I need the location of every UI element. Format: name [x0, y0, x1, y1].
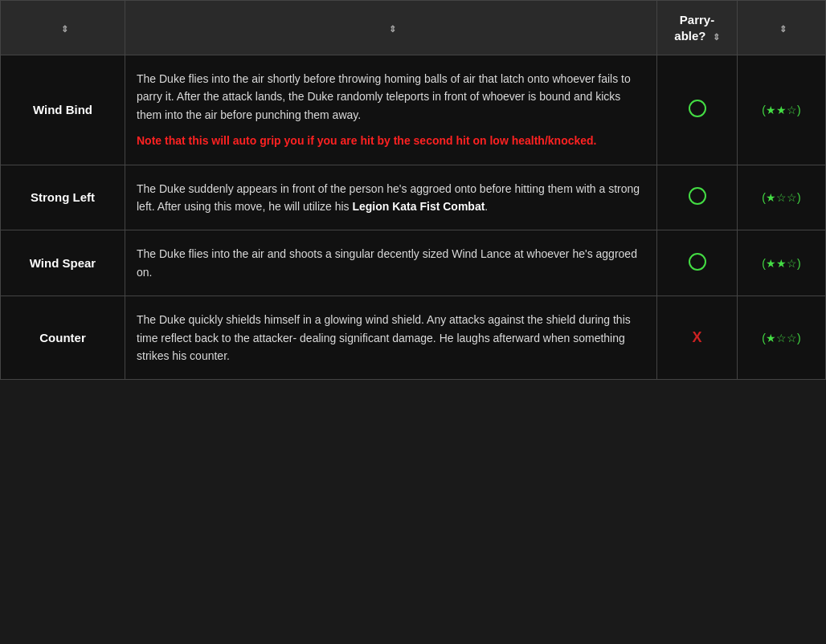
- parry-circle-icon: [689, 187, 706, 205]
- table-row: CounterThe Duke quickly shields himself …: [1, 296, 826, 380]
- cell-parry: [657, 165, 738, 230]
- col-header-danger[interactable]: ⇕: [738, 1, 826, 55]
- cell-description: The Duke flies into the air shortly befo…: [125, 55, 657, 165]
- table-row: Wind SpearThe Duke flies into the air an…: [1, 230, 826, 296]
- parry-circle-icon: [689, 253, 706, 271]
- col-name-sort-icon[interactable]: ⇕: [61, 24, 68, 35]
- desc-normal-text: The Duke flies into the air shortly befo…: [137, 72, 631, 121]
- parry-circle-icon: [689, 100, 706, 117]
- desc-red-note: Note that this will auto grip you if you…: [137, 132, 645, 149]
- cell-name: Counter: [1, 296, 125, 380]
- cell-description: The Duke suddenly appears in front of th…: [125, 165, 657, 230]
- table-row: Strong LeftThe Duke suddenly appears in …: [1, 165, 826, 230]
- cell-parry: [657, 55, 738, 165]
- col-desc-sort-icon[interactable]: ⇕: [389, 24, 396, 35]
- cell-description: The Duke flies into the air and shoots a…: [125, 230, 657, 296]
- cell-parry: X: [657, 296, 738, 380]
- cell-name: Wind Bind: [1, 55, 125, 165]
- cell-description: The Duke quickly shields himself in a gl…: [125, 296, 657, 380]
- cell-name: Wind Spear: [1, 230, 125, 296]
- col-parry-sort-icon[interactable]: ⇕: [713, 31, 720, 43]
- attacks-table: ⇕ ⇕ Parry-able? ⇕ ⇕ Wind BindThe Duke fl…: [0, 0, 826, 380]
- cell-name: Strong Left: [1, 165, 125, 230]
- col-parry-label: Parry-able?: [674, 13, 714, 43]
- col-header-desc[interactable]: ⇕: [125, 1, 657, 55]
- col-header-parry[interactable]: Parry-able? ⇕: [657, 1, 738, 55]
- col-danger-sort-icon[interactable]: ⇕: [779, 24, 787, 35]
- cell-danger: (★☆☆): [738, 296, 826, 380]
- parry-x-icon: X: [692, 329, 701, 345]
- col-header-name[interactable]: ⇕: [1, 1, 125, 55]
- desc-bold-text: Legion Kata Fist Combat: [352, 200, 485, 213]
- cell-parry: [657, 230, 738, 296]
- cell-danger: (★☆☆): [738, 165, 826, 230]
- cell-danger: (★★☆): [738, 55, 826, 165]
- cell-danger: (★★☆): [738, 230, 826, 296]
- table-row: Wind BindThe Duke flies into the air sho…: [1, 55, 826, 165]
